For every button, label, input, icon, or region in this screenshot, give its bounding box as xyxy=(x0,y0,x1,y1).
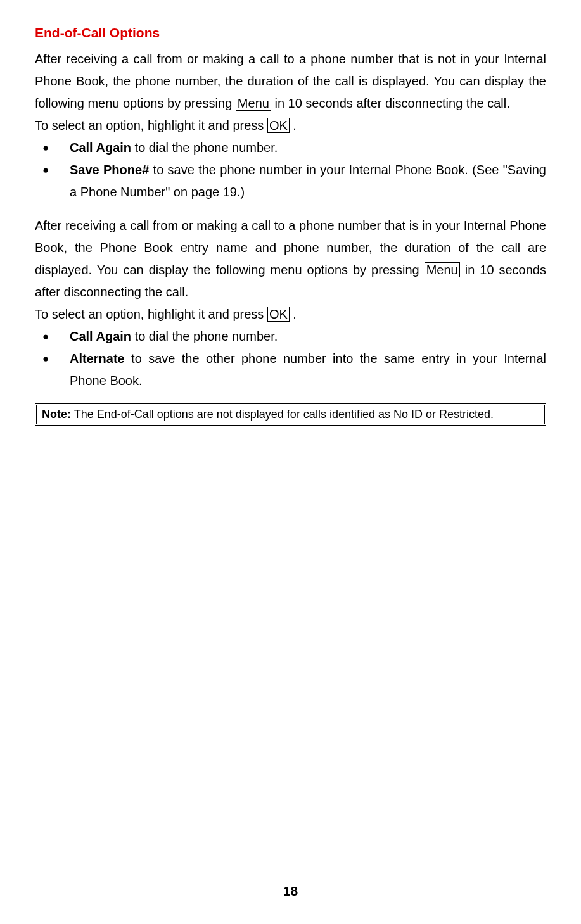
option-name: Call Again xyxy=(70,329,131,343)
menu-key: Menu xyxy=(236,96,271,111)
select-instruction-1: To select an option, highlight it and pr… xyxy=(35,115,546,137)
note-box: Note: The End-of-Call options are not di… xyxy=(35,403,546,426)
select-instruction-2: To select an option, highlight it and pr… xyxy=(35,303,546,326)
option-name: Alternate xyxy=(70,351,125,365)
paragraph-2: After receiving a call from or making a … xyxy=(35,215,546,303)
option-desc: to dial the phone number. xyxy=(131,141,278,155)
option-desc: to save the other phone number into the … xyxy=(70,351,546,388)
section-title: End-of-Call Options xyxy=(35,25,546,41)
option-name: Call Again xyxy=(70,141,131,155)
list-item: Save Phone# to save the phone number in … xyxy=(35,159,546,203)
page-number: 18 xyxy=(0,883,581,899)
option-desc: to dial the phone number. xyxy=(131,329,278,343)
menu-key: Menu xyxy=(425,262,460,277)
ok-key: OK xyxy=(267,118,290,133)
ok-key: OK xyxy=(267,307,290,322)
para1-text-b: in 10 seconds after disconnecting the ca… xyxy=(271,96,510,110)
option-list-2: Call Again to dial the phone number. Alt… xyxy=(35,326,546,392)
select-text-b: . xyxy=(290,118,297,132)
select-text-b: . xyxy=(290,307,297,321)
paragraph-1: After receiving a call from or making a … xyxy=(35,48,546,115)
select-text-a: To select an option, highlight it and pr… xyxy=(35,307,267,321)
note-text: The End-of-Call options are not displaye… xyxy=(71,408,494,421)
list-item: Alternate to save the other phone number… xyxy=(35,348,546,392)
select-text-a: To select an option, highlight it and pr… xyxy=(35,118,267,132)
option-list-1: Call Again to dial the phone number. Sav… xyxy=(35,137,546,203)
list-item: Call Again to dial the phone number. xyxy=(35,326,546,348)
list-item: Call Again to dial the phone number. xyxy=(35,137,546,159)
option-name: Save Phone# xyxy=(70,163,149,177)
note-label: Note: xyxy=(42,408,71,421)
